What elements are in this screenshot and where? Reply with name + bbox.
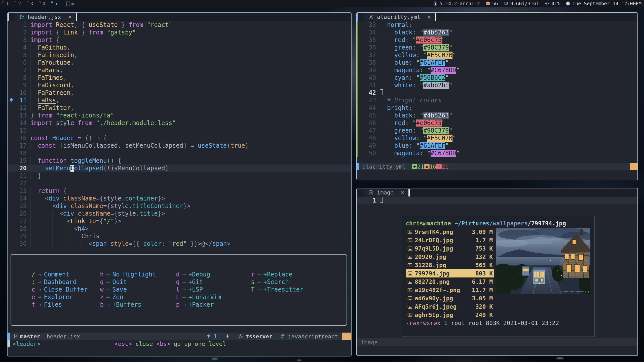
file-size: 753 K <box>475 245 493 252</box>
code-line[interactable]: 44 bright: <box>357 104 637 112</box>
code-line[interactable]: 41 white: "#abb2bf" <box>357 82 637 89</box>
code-line[interactable]: 49 blue: "#61AFEF" <box>357 142 637 149</box>
file-row[interactable]: a19c482f~.png11.7 M <box>406 286 494 294</box>
whichkey-item[interactable]: r→+Replace <box>251 271 321 278</box>
workspace-button[interactable]: 4 <box>38 0 50 7</box>
diagnostics-count: 1 <box>214 333 217 340</box>
code-line[interactable]: 50 magenta: "#C678DD" <box>357 149 637 157</box>
keybind-hints: <esc> close <bs> go up one level <box>115 341 226 347</box>
whichkey-label: Comment <box>44 271 69 278</box>
code-line[interactable]: 30 <span style={{ color: "red" }}>@</spa… <box>8 240 351 248</box>
code-line[interactable]: 8 FaTimes, <box>8 74 351 82</box>
code-line[interactable]: 45 black: "#4b5263" <box>357 112 637 119</box>
code-line[interactable]: 2import { Link } from "gatsby" <box>8 29 351 36</box>
workspace-button[interactable]: 3 <box>26 0 38 7</box>
whichkey-item[interactable]: b→+Buffers <box>100 301 176 308</box>
code-line[interactable]: 6 FaYoutube, <box>8 59 351 66</box>
code-line[interactable]: 13} from "react-icons/fa" <box>8 112 351 119</box>
code-line[interactable]: 33 normal: <box>357 21 637 29</box>
tab-alacritty-yml[interactable]: alacritty.yml × <box>364 13 435 21</box>
code-line[interactable]: 3import { <box>8 36 351 44</box>
code-line[interactable]: 25 <div className={style.titleContainer}… <box>8 202 351 210</box>
workspace-button[interactable]: 2 <box>14 0 26 7</box>
code-line[interactable]: 5 FaLinkedin, <box>8 51 351 59</box>
whichkey-popup: /→Commenth→No Highlightd→+Debugr→+Replac… <box>11 254 347 326</box>
code-line[interactable]: 15 <box>8 127 351 134</box>
whichkey-item[interactable]: w→Save <box>100 286 176 293</box>
whichkey-item[interactable]: /→Comment <box>31 271 100 278</box>
file-row[interactable]: ad6v90y.jpg3.05 M <box>406 294 494 302</box>
file-row[interactable]: 20920.jpg132 K <box>406 253 494 261</box>
code-line[interactable]: 20 setMenuCollapsed(!isMenuCollapsed) <box>8 165 351 172</box>
whichkey-item[interactable]: c→Close Buffer <box>31 286 100 293</box>
code-line[interactable]: 11 FaRss, <box>8 97 351 104</box>
close-icon[interactable]: × <box>401 189 404 196</box>
code-line[interactable]: 7 FaBars, <box>8 66 351 74</box>
code-line[interactable]: 28 <h4> <box>8 225 351 232</box>
code-line[interactable]: 42 <box>357 89 637 97</box>
memory-icon <box>504 1 509 6</box>
file-row[interactable]: 799794.jpg803 K <box>406 269 494 277</box>
file-row[interactable]: 882720.png6.17 M <box>406 277 494 286</box>
code-line[interactable]: 16const Header = () ⇒ { <box>8 134 351 142</box>
code-line[interactable]: 46 red: "#e06c75" <box>357 119 637 127</box>
whichkey-item[interactable]: T→+Treesitter <box>251 286 321 293</box>
code-line[interactable]: 14import style from "./header.module.les… <box>8 119 351 127</box>
code-line[interactable]: 17 const [isMenuCollapsed, setMenuCollap… <box>8 142 351 149</box>
whichkey-item[interactable]: f→Files <box>31 301 100 308</box>
whichkey-item[interactable]: s→+Search <box>251 278 321 286</box>
workspace-button[interactable]: 5 <box>50 0 62 7</box>
code-line[interactable]: 24 <div className={style.container}> <box>8 195 351 202</box>
workspace-button[interactable]: 1 <box>2 0 14 7</box>
whichkey-item[interactable]: l→+LSP <box>176 286 251 293</box>
code-line[interactable]: 9 FaDiscord, <box>8 82 351 89</box>
whichkey-key: e <box>31 294 35 301</box>
whichkey-item[interactable]: L→+LunarVim <box>176 294 251 301</box>
code-line[interactable]: 29 Chris <box>8 232 351 240</box>
whichkey-item[interactable]: g→+Git <box>176 278 251 286</box>
code-text: <h4> <box>27 225 89 232</box>
file-row[interactable]: 24LrDFQ.jpg1.7 M <box>406 236 494 244</box>
whichkey-item[interactable]: h→No Highlight <box>100 271 176 278</box>
code-line[interactable]: 36 green: "#98C379" <box>357 44 637 51</box>
code-line[interactable]: 43 # Bright colors <box>357 97 637 104</box>
whichkey-item[interactable]: e→Explorer <box>31 294 100 301</box>
code-line[interactable]: 27 <Link to={"/"}> <box>8 217 351 225</box>
code-line[interactable]: 48 yellow: "#E5C07B" <box>357 134 637 142</box>
code-line[interactable]: 34 black: "#4b5263" <box>357 29 637 36</box>
code-text: white: "#abb2bf" <box>376 82 452 89</box>
code-line[interactable]: 1import React, { useState } from "react" <box>8 21 351 29</box>
code-line[interactable]: 47 green: "#98C379" <box>357 127 637 134</box>
code-line[interactable]: 35 red: "#e06c75" <box>357 36 637 44</box>
code-line[interactable]: 19 function toggleMenu() { <box>8 157 351 165</box>
close-icon[interactable]: × <box>427 14 431 21</box>
whichkey-item[interactable]: p→+Packer <box>176 301 251 308</box>
image-file-icon <box>407 246 413 251</box>
code-line[interactable]: 40 cyan: "#56B6C2" <box>357 74 637 82</box>
code-line[interactable]: 38 blue: "#61AFEF" <box>357 59 637 66</box>
file-row[interactable]: aghr5Ip.jpg249 K <box>406 311 494 319</box>
whichkey-item[interactable]: z→Zen <box>100 294 176 301</box>
whichkey-item[interactable]: ;→Dashboard <box>31 278 100 286</box>
file-row[interactable]: 97q9L5D.jpg753 K <box>406 244 494 253</box>
close-icon[interactable]: × <box>68 14 71 21</box>
lsp-server-label: tsserver <box>246 333 272 340</box>
tab-image[interactable]: image × <box>364 188 408 197</box>
file-row[interactable]: 9rsmTK4.png3.09 M <box>406 228 494 236</box>
code-line[interactable]: 12 FaTwitter, <box>8 104 351 112</box>
code-line[interactable]: 1 <box>357 197 637 204</box>
code-line[interactable]: 37 yellow: "#E5C07B" <box>357 51 637 59</box>
code-line[interactable]: 18 <box>8 149 351 157</box>
whichkey-item[interactable]: d→+Debug <box>176 271 251 278</box>
code-line[interactable]: 21 } <box>8 172 351 180</box>
code-line[interactable]: 4 FaGithub, <box>8 44 351 51</box>
code-line[interactable]: 22 <box>8 180 351 187</box>
code-line[interactable]: 23 return ( <box>8 187 351 195</box>
file-row[interactable]: AFq5r6j.jpeg320 K <box>406 302 494 311</box>
code-line[interactable]: 10 FaPatreon, <box>8 89 351 97</box>
file-row[interactable]: 31228.jpg563 K <box>406 261 494 269</box>
tab-header-jsx[interactable]: header.jsx × <box>15 13 76 21</box>
code-line[interactable]: 39 magenta: "#C678DD" <box>357 66 637 74</box>
whichkey-item[interactable]: q→Quit <box>100 278 176 286</box>
code-line[interactable]: 26 <div className={style.title}> <box>8 210 351 217</box>
